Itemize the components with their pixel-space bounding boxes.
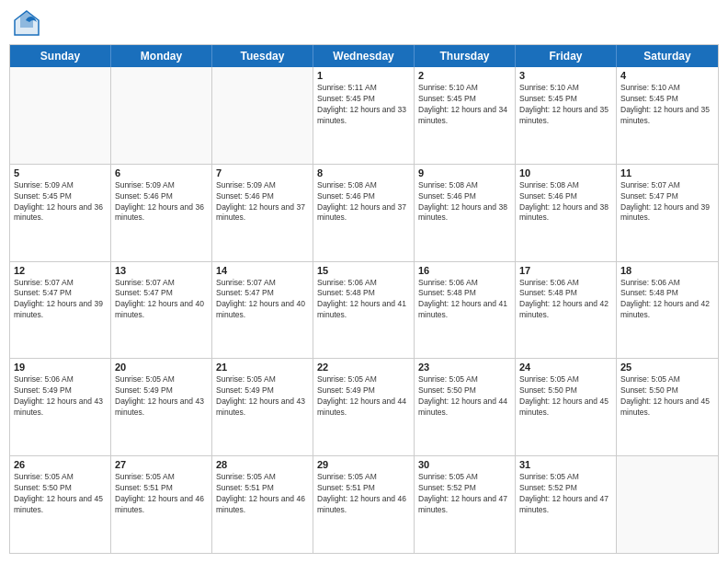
- day-info: Sunrise: 5:06 AMSunset: 5:49 PMDaylight:…: [14, 374, 107, 419]
- calendar-empty-cell: [212, 67, 313, 164]
- weekday-header-tuesday: Tuesday: [212, 45, 313, 67]
- day-number: 25: [620, 362, 714, 373]
- day-info: Sunrise: 5:09 AMSunset: 5:46 PMDaylight:…: [115, 180, 208, 224]
- day-info: Sunrise: 5:07 AMSunset: 5:47 PMDaylight:…: [620, 180, 714, 224]
- day-info: Sunrise: 5:05 AMSunset: 5:51 PMDaylight:…: [317, 472, 410, 516]
- calendar-day-16: 16Sunrise: 5:06 AMSunset: 5:48 PMDayligh…: [415, 262, 516, 359]
- day-number: 6: [115, 167, 208, 178]
- calendar-day-15: 15Sunrise: 5:06 AMSunset: 5:48 PMDayligh…: [313, 262, 415, 359]
- day-info: Sunrise: 5:10 AMSunset: 5:45 PMDaylight:…: [620, 83, 714, 127]
- calendar-day-6: 6Sunrise: 5:09 AMSunset: 5:46 PMDaylight…: [111, 165, 212, 261]
- day-info: Sunrise: 5:08 AMSunset: 5:46 PMDaylight:…: [519, 180, 612, 224]
- calendar-day-18: 18Sunrise: 5:06 AMSunset: 5:48 PMDayligh…: [617, 262, 718, 359]
- day-info: Sunrise: 5:05 AMSunset: 5:52 PMDaylight:…: [418, 472, 511, 516]
- day-info: Sunrise: 5:05 AMSunset: 5:50 PMDaylight:…: [418, 374, 511, 419]
- day-info: Sunrise: 5:05 AMSunset: 5:49 PMDaylight:…: [115, 374, 208, 419]
- day-number: 2: [418, 70, 511, 81]
- calendar-day-12: 12Sunrise: 5:07 AMSunset: 5:47 PMDayligh…: [10, 262, 111, 359]
- day-number: 31: [519, 459, 612, 470]
- calendar-day-27: 27Sunrise: 5:05 AMSunset: 5:51 PMDayligh…: [111, 456, 212, 553]
- day-info: Sunrise: 5:05 AMSunset: 5:50 PMDaylight:…: [620, 374, 714, 419]
- day-info: Sunrise: 5:06 AMSunset: 5:48 PMDaylight:…: [317, 278, 410, 322]
- calendar-day-13: 13Sunrise: 5:07 AMSunset: 5:47 PMDayligh…: [111, 262, 212, 359]
- day-number: 14: [216, 265, 309, 276]
- day-info: Sunrise: 5:11 AMSunset: 5:45 PMDaylight:…: [317, 83, 410, 127]
- calendar-day-11: 11Sunrise: 5:07 AMSunset: 5:47 PMDayligh…: [617, 165, 718, 261]
- day-number: 11: [620, 167, 714, 178]
- calendar-empty-cell: [10, 67, 111, 164]
- logo: [13, 9, 42, 37]
- calendar-day-2: 2Sunrise: 5:10 AMSunset: 5:45 PMDaylight…: [415, 67, 516, 164]
- day-info: Sunrise: 5:09 AMSunset: 5:46 PMDaylight:…: [216, 180, 309, 224]
- day-number: 9: [418, 167, 511, 178]
- calendar-week-5: 26Sunrise: 5:05 AMSunset: 5:50 PMDayligh…: [10, 455, 718, 553]
- day-info: Sunrise: 5:07 AMSunset: 5:47 PMDaylight:…: [115, 278, 208, 322]
- day-info: Sunrise: 5:07 AMSunset: 5:47 PMDaylight:…: [14, 278, 107, 322]
- day-number: 15: [317, 265, 410, 276]
- calendar-day-29: 29Sunrise: 5:05 AMSunset: 5:51 PMDayligh…: [313, 456, 415, 553]
- calendar-day-9: 9Sunrise: 5:08 AMSunset: 5:46 PMDaylight…: [415, 165, 516, 261]
- page-header: [9, 9, 719, 37]
- day-number: 20: [115, 362, 208, 373]
- day-info: Sunrise: 5:06 AMSunset: 5:48 PMDaylight:…: [620, 278, 714, 322]
- calendar-week-4: 19Sunrise: 5:06 AMSunset: 5:49 PMDayligh…: [10, 358, 718, 455]
- day-number: 5: [14, 167, 107, 178]
- day-number: 16: [418, 265, 511, 276]
- day-info: Sunrise: 5:10 AMSunset: 5:45 PMDaylight:…: [519, 83, 612, 127]
- day-number: 8: [317, 167, 410, 178]
- day-number: 7: [216, 167, 309, 178]
- calendar-page: SundayMondayTuesdayWednesdayThursdayFrid…: [0, 0, 728, 563]
- calendar-day-5: 5Sunrise: 5:09 AMSunset: 5:45 PMDaylight…: [10, 165, 111, 261]
- calendar-day-8: 8Sunrise: 5:08 AMSunset: 5:46 PMDaylight…: [313, 165, 415, 261]
- day-info: Sunrise: 5:05 AMSunset: 5:49 PMDaylight:…: [317, 374, 410, 419]
- day-number: 21: [216, 362, 309, 373]
- day-number: 23: [418, 362, 511, 373]
- day-number: 22: [317, 362, 410, 373]
- day-number: 28: [216, 459, 309, 470]
- day-info: Sunrise: 5:05 AMSunset: 5:50 PMDaylight:…: [14, 472, 107, 516]
- day-number: 18: [620, 265, 714, 276]
- day-number: 24: [519, 362, 612, 373]
- calendar-day-28: 28Sunrise: 5:05 AMSunset: 5:51 PMDayligh…: [212, 456, 313, 553]
- day-number: 1: [317, 70, 410, 81]
- day-info: Sunrise: 5:05 AMSunset: 5:49 PMDaylight:…: [216, 374, 309, 419]
- calendar-week-3: 12Sunrise: 5:07 AMSunset: 5:47 PMDayligh…: [10, 261, 718, 359]
- weekday-header-thursday: Thursday: [415, 45, 516, 67]
- calendar-day-1: 1Sunrise: 5:11 AMSunset: 5:45 PMDaylight…: [313, 67, 415, 164]
- day-number: 29: [317, 459, 410, 470]
- calendar-day-30: 30Sunrise: 5:05 AMSunset: 5:52 PMDayligh…: [415, 456, 516, 553]
- calendar-day-17: 17Sunrise: 5:06 AMSunset: 5:48 PMDayligh…: [516, 262, 617, 359]
- day-number: 3: [519, 70, 612, 81]
- weekday-header-wednesday: Wednesday: [313, 45, 415, 67]
- calendar-day-20: 20Sunrise: 5:05 AMSunset: 5:49 PMDayligh…: [111, 359, 212, 455]
- calendar-day-14: 14Sunrise: 5:07 AMSunset: 5:47 PMDayligh…: [212, 262, 313, 359]
- calendar-grid: SundayMondayTuesdayWednesdayThursdayFrid…: [9, 44, 719, 554]
- day-number: 12: [14, 265, 107, 276]
- day-info: Sunrise: 5:05 AMSunset: 5:51 PMDaylight:…: [216, 472, 309, 516]
- calendar-day-19: 19Sunrise: 5:06 AMSunset: 5:49 PMDayligh…: [10, 359, 111, 455]
- calendar-empty-cell: [111, 67, 212, 164]
- weekday-header-sunday: Sunday: [10, 45, 111, 67]
- weekday-header-friday: Friday: [516, 45, 617, 67]
- calendar-week-1: 1Sunrise: 5:11 AMSunset: 5:45 PMDaylight…: [10, 67, 718, 164]
- day-info: Sunrise: 5:09 AMSunset: 5:45 PMDaylight:…: [14, 180, 107, 224]
- day-number: 13: [115, 265, 208, 276]
- calendar-day-7: 7Sunrise: 5:09 AMSunset: 5:46 PMDaylight…: [212, 165, 313, 261]
- calendar-day-31: 31Sunrise: 5:05 AMSunset: 5:52 PMDayligh…: [516, 456, 617, 553]
- calendar-week-2: 5Sunrise: 5:09 AMSunset: 5:45 PMDaylight…: [10, 164, 718, 261]
- day-number: 10: [519, 167, 612, 178]
- day-number: 26: [14, 459, 107, 470]
- day-info: Sunrise: 5:08 AMSunset: 5:46 PMDaylight:…: [317, 180, 410, 224]
- day-number: 4: [620, 70, 714, 81]
- calendar-header: SundayMondayTuesdayWednesdayThursdayFrid…: [10, 45, 718, 67]
- calendar-day-23: 23Sunrise: 5:05 AMSunset: 5:50 PMDayligh…: [415, 359, 516, 455]
- calendar-day-26: 26Sunrise: 5:05 AMSunset: 5:50 PMDayligh…: [10, 456, 111, 553]
- calendar-day-21: 21Sunrise: 5:05 AMSunset: 5:49 PMDayligh…: [212, 359, 313, 455]
- day-info: Sunrise: 5:10 AMSunset: 5:45 PMDaylight:…: [418, 83, 511, 127]
- day-info: Sunrise: 5:05 AMSunset: 5:51 PMDaylight:…: [115, 472, 208, 516]
- day-info: Sunrise: 5:06 AMSunset: 5:48 PMDaylight:…: [418, 278, 511, 322]
- day-info: Sunrise: 5:08 AMSunset: 5:46 PMDaylight:…: [418, 180, 511, 224]
- day-info: Sunrise: 5:06 AMSunset: 5:48 PMDaylight:…: [519, 278, 612, 322]
- calendar-body: 1Sunrise: 5:11 AMSunset: 5:45 PMDaylight…: [10, 67, 718, 553]
- day-info: Sunrise: 5:07 AMSunset: 5:47 PMDaylight:…: [216, 278, 309, 322]
